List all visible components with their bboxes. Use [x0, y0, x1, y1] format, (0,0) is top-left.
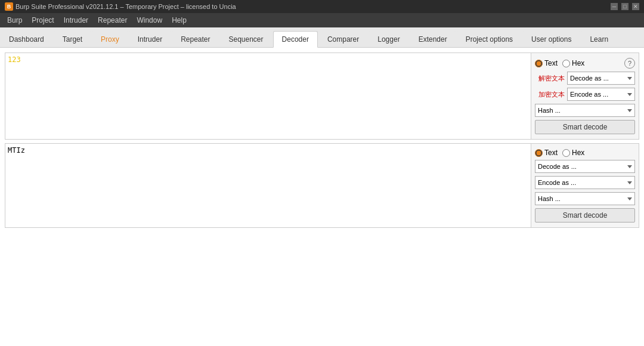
- decode-container-2: Decode as ... URL HTML Base64: [535, 160, 635, 173]
- tab-target[interactable]: Target: [54, 31, 91, 47]
- tab-dashboard[interactable]: Dashboard: [0, 31, 53, 47]
- tab-intruder[interactable]: Intruder: [129, 31, 171, 47]
- tab-learn[interactable]: Learn: [581, 31, 617, 47]
- smart-decode-button-2[interactable]: Smart decode: [535, 208, 635, 223]
- tab-proxy[interactable]: Proxy: [92, 31, 128, 47]
- hash-dropdown-2[interactable]: Hash ... SHA-1 SHA-256 MD5: [535, 192, 635, 205]
- tab-user-options[interactable]: User options: [522, 31, 580, 47]
- tab-bar: Dashboard Target Proxy Intruder Repeater…: [0, 27, 644, 48]
- hex-radio-1[interactable]: [562, 60, 570, 67]
- encode-container-2: Encode as ... URL HTML Base64: [535, 176, 635, 189]
- hash-dropdown-1[interactable]: Hash ... SHA-1 SHA-256 MD5: [535, 104, 635, 117]
- decode-dropdown-1[interactable]: Decode as ... URL HTML Base64 ASCII hex: [567, 72, 635, 85]
- text-radio-text-2: Text: [544, 149, 558, 157]
- minimize-button[interactable]: ─: [611, 3, 618, 10]
- decode-container-1: 解密文本 Decode as ... URL HTML Base64 ASCII…: [535, 72, 635, 85]
- decoder-controls-2: Text Hex Decode as ... URL HTML Base64: [531, 144, 639, 227]
- main-content: Text Hex ? 解密文本 Decode as ... URL HTML: [0, 48, 644, 346]
- help-icon-1[interactable]: ?: [624, 58, 635, 69]
- burp-logo-icon: B: [5, 2, 13, 11]
- tab-sequencer[interactable]: Sequencer: [220, 31, 273, 47]
- text-radio-2[interactable]: [535, 149, 543, 157]
- encode-dropdown-2[interactable]: Encode as ... URL HTML Base64: [535, 176, 635, 189]
- decode-label-1: 解密文本: [535, 74, 565, 83]
- tab-logger[interactable]: Logger: [369, 31, 408, 47]
- text-radio-text-1: Text: [544, 59, 558, 67]
- close-button[interactable]: ✕: [632, 3, 639, 10]
- title-bar: B Burp Suite Professional v2021.12.1 – T…: [0, 0, 644, 13]
- menu-window[interactable]: Window: [132, 15, 167, 26]
- tab-extender[interactable]: Extender: [410, 31, 456, 47]
- maximize-button[interactable]: □: [621, 3, 628, 10]
- decoder-input-1[interactable]: [5, 53, 531, 139]
- menu-bar: Burp Project Intruder Repeater Window He…: [0, 13, 644, 27]
- menu-repeater[interactable]: Repeater: [93, 15, 132, 26]
- text-radio-1[interactable]: [535, 60, 543, 67]
- window-controls: ─ □ ✕: [611, 3, 639, 10]
- text-radio-label-2[interactable]: Text: [535, 149, 558, 157]
- menu-burp[interactable]: Burp: [2, 15, 27, 26]
- decoder-controls-1: Text Hex ? 解密文本 Decode as ... URL HTML: [531, 53, 639, 139]
- hex-radio-label-1[interactable]: Hex: [562, 59, 584, 67]
- menu-intruder[interactable]: Intruder: [59, 15, 93, 26]
- hex-radio-text-2: Hex: [572, 149, 584, 157]
- decoder-section-2: Text Hex Decode as ... URL HTML Base64: [5, 143, 639, 228]
- encode-container-1: 加密文本 Encode as ... URL HTML Base64: [535, 88, 635, 101]
- tab-repeater[interactable]: Repeater: [172, 31, 219, 47]
- tab-project-options[interactable]: Project options: [457, 31, 522, 47]
- hex-radio-label-2[interactable]: Hex: [562, 149, 584, 157]
- smart-decode-button-1[interactable]: Smart decode: [535, 120, 635, 134]
- text-radio-label-1[interactable]: Text: [535, 59, 558, 67]
- decoder-section-1: Text Hex ? 解密文本 Decode as ... URL HTML: [5, 52, 639, 140]
- encode-dropdown-1[interactable]: Encode as ... URL HTML Base64: [567, 88, 635, 101]
- menu-project[interactable]: Project: [27, 15, 58, 26]
- tab-comparer[interactable]: Comparer: [318, 31, 368, 47]
- menu-help[interactable]: Help: [167, 15, 191, 26]
- hex-radio-text-1: Hex: [572, 59, 584, 67]
- encode-label-1: 加密文本: [535, 90, 565, 99]
- decode-dropdown-2[interactable]: Decode as ... URL HTML Base64: [535, 160, 635, 173]
- window-title: Burp Suite Professional v2021.12.1 – Tem…: [16, 3, 236, 10]
- decoder-input-2[interactable]: [5, 144, 531, 227]
- tab-decoder[interactable]: Decoder: [273, 31, 318, 48]
- hex-radio-2[interactable]: [562, 149, 570, 157]
